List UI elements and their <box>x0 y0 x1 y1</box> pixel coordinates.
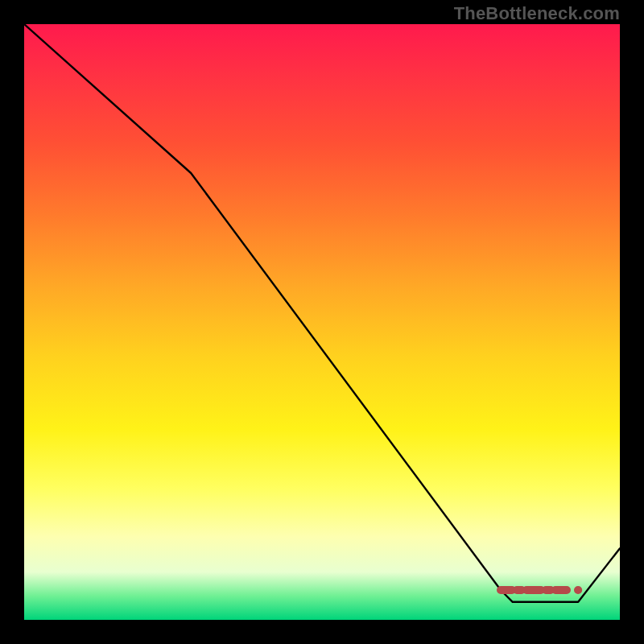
chart-stage: TheBottleneck.com <box>0 0 644 644</box>
chart-svg <box>24 24 620 620</box>
plot-area <box>24 24 620 620</box>
series-curve <box>24 24 620 602</box>
attribution-text: TheBottleneck.com <box>454 3 620 24</box>
chart-line-group <box>24 24 620 602</box>
